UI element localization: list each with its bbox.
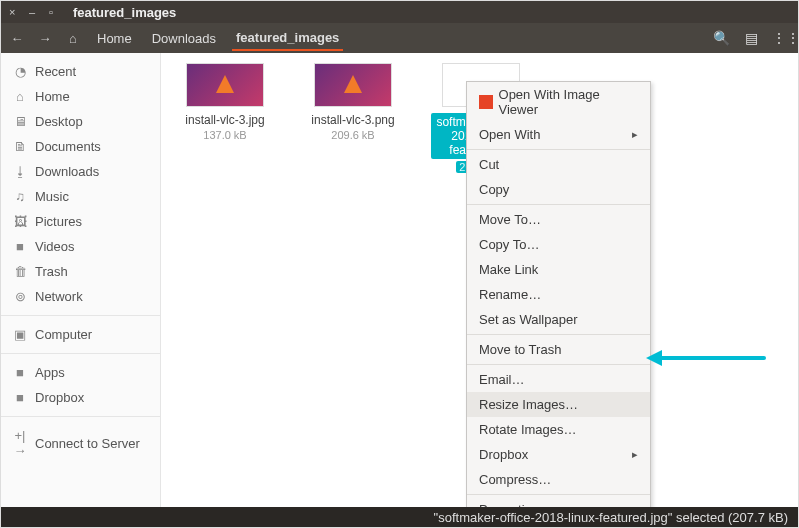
submenu-arrow-icon: ▸ bbox=[632, 448, 638, 461]
folder-icon: ■ bbox=[13, 365, 27, 380]
title-bar: × – ▫ featured_images bbox=[1, 1, 798, 23]
main-area: ◔Recent ⌂Home 🖥Desktop 🗎Documents ⭳Downl… bbox=[1, 53, 798, 509]
annotation-arrow bbox=[656, 356, 766, 360]
videos-icon: ■ bbox=[13, 239, 27, 254]
sidebar-item-label: Music bbox=[35, 189, 69, 204]
menu-copy-to[interactable]: Copy To… bbox=[467, 232, 650, 257]
window-minimize-icon[interactable]: – bbox=[29, 7, 39, 17]
menu-label: Dropbox bbox=[479, 447, 528, 462]
sidebar-item-network[interactable]: ⊚Network bbox=[1, 284, 160, 309]
sidebar-item-label: Apps bbox=[35, 365, 65, 380]
submenu-arrow-icon: ▸ bbox=[632, 128, 638, 141]
sidebar-item-label: Desktop bbox=[35, 114, 83, 129]
menu-compress[interactable]: Compress… bbox=[467, 467, 650, 492]
forward-button[interactable]: → bbox=[37, 31, 53, 46]
downloads-icon: ⭳ bbox=[13, 164, 27, 179]
sidebar-item-trash[interactable]: 🗑Trash bbox=[1, 259, 160, 284]
window-maximize-icon[interactable]: ▫ bbox=[49, 7, 59, 17]
sidebar-item-label: Pictures bbox=[35, 214, 82, 229]
menu-label: Open With bbox=[479, 127, 540, 142]
image-viewer-icon bbox=[479, 95, 493, 109]
annotation-arrow-head bbox=[646, 350, 662, 366]
menu-label: Compress… bbox=[479, 472, 551, 487]
menu-label: Open With Image Viewer bbox=[499, 87, 638, 117]
vlc-cone-icon bbox=[344, 75, 362, 93]
folder-icon: ■ bbox=[13, 390, 27, 405]
sidebar-item-dropbox[interactable]: ■Dropbox bbox=[1, 385, 160, 410]
sidebar-item-label: Network bbox=[35, 289, 83, 304]
breadcrumb-downloads[interactable]: Downloads bbox=[148, 27, 220, 50]
sidebar-item-label: Dropbox bbox=[35, 390, 84, 405]
menu-label: Rotate Images… bbox=[479, 422, 577, 437]
home-icon[interactable]: ⌂ bbox=[65, 31, 81, 46]
menu-move-to[interactable]: Move To… bbox=[467, 207, 650, 232]
menu-separator bbox=[467, 494, 650, 495]
music-icon: ♫ bbox=[13, 189, 27, 204]
breadcrumb-current[interactable]: featured_images bbox=[232, 26, 343, 51]
sidebar: ◔Recent ⌂Home 🖥Desktop 🗎Documents ⭳Downl… bbox=[1, 53, 161, 509]
sidebar-item-computer[interactable]: ▣Computer bbox=[1, 322, 160, 347]
file-thumbnail bbox=[186, 63, 264, 107]
menu-copy[interactable]: Copy bbox=[467, 177, 650, 202]
sidebar-item-label: Downloads bbox=[35, 164, 99, 179]
sidebar-item-home[interactable]: ⌂Home bbox=[1, 84, 160, 109]
file-item[interactable]: install-vlc-3.png 209.6 kB bbox=[303, 63, 403, 141]
menu-separator bbox=[467, 149, 650, 150]
sidebar-item-label: Trash bbox=[35, 264, 68, 279]
menu-cut[interactable]: Cut bbox=[467, 152, 650, 177]
menu-label: Copy bbox=[479, 182, 509, 197]
network-icon: ⊚ bbox=[13, 289, 27, 304]
trash-icon: 🗑 bbox=[13, 264, 27, 279]
menu-grid-icon[interactable]: ⋮⋮ bbox=[772, 30, 790, 46]
menu-label: Set as Wallpaper bbox=[479, 312, 578, 327]
menu-resize-images[interactable]: Resize Images… bbox=[467, 392, 650, 417]
menu-make-link[interactable]: Make Link bbox=[467, 257, 650, 282]
menu-label: Move to Trash bbox=[479, 342, 561, 357]
menu-separator bbox=[467, 334, 650, 335]
menu-open-with[interactable]: Open With▸ bbox=[467, 122, 650, 147]
menu-open-with-viewer[interactable]: Open With Image Viewer bbox=[467, 82, 650, 122]
menu-label: Cut bbox=[479, 157, 499, 172]
sidebar-item-pictures[interactable]: 🖼Pictures bbox=[1, 209, 160, 234]
file-name: install-vlc-3.jpg bbox=[175, 113, 275, 127]
menu-separator bbox=[467, 204, 650, 205]
file-thumbnail bbox=[314, 63, 392, 107]
sidebar-item-documents[interactable]: 🗎Documents bbox=[1, 134, 160, 159]
menu-rotate-images[interactable]: Rotate Images… bbox=[467, 417, 650, 442]
home-icon: ⌂ bbox=[13, 89, 27, 104]
file-item[interactable]: install-vlc-3.jpg 137.0 kB bbox=[175, 63, 275, 141]
sidebar-separator bbox=[1, 353, 160, 354]
menu-label: Move To… bbox=[479, 212, 541, 227]
sidebar-connect-server[interactable]: +|→Connect to Server bbox=[1, 423, 160, 463]
menu-label: Resize Images… bbox=[479, 397, 578, 412]
sidebar-item-apps[interactable]: ■Apps bbox=[1, 360, 160, 385]
breadcrumb-home[interactable]: Home bbox=[93, 27, 136, 50]
sidebar-item-label: Documents bbox=[35, 139, 101, 154]
sidebar-separator bbox=[1, 315, 160, 316]
menu-rename[interactable]: Rename… bbox=[467, 282, 650, 307]
sidebar-item-music[interactable]: ♫Music bbox=[1, 184, 160, 209]
menu-dropbox[interactable]: Dropbox▸ bbox=[467, 442, 650, 467]
menu-label: Email… bbox=[479, 372, 525, 387]
view-toggle-icon[interactable]: ▤ bbox=[742, 30, 760, 46]
vlc-cone-icon bbox=[216, 75, 234, 93]
search-icon[interactable]: 🔍 bbox=[712, 30, 730, 46]
status-text: "softmaker-office-2018-linux-featured.jp… bbox=[434, 510, 788, 525]
menu-set-wallpaper[interactable]: Set as Wallpaper bbox=[467, 307, 650, 332]
computer-icon: ▣ bbox=[13, 327, 27, 342]
window-close-icon[interactable]: × bbox=[9, 7, 19, 17]
sidebar-item-recent[interactable]: ◔Recent bbox=[1, 59, 160, 84]
back-button[interactable]: ← bbox=[9, 31, 25, 46]
sidebar-separator bbox=[1, 416, 160, 417]
sidebar-item-label: Connect to Server bbox=[35, 436, 140, 451]
sidebar-item-downloads[interactable]: ⭳Downloads bbox=[1, 159, 160, 184]
context-menu: Open With Image Viewer Open With▸ Cut Co… bbox=[466, 81, 651, 523]
sidebar-item-label: Computer bbox=[35, 327, 92, 342]
status-bar: "softmaker-office-2018-linux-featured.jp… bbox=[1, 507, 798, 527]
menu-move-to-trash[interactable]: Move to Trash bbox=[467, 337, 650, 362]
sidebar-item-desktop[interactable]: 🖥Desktop bbox=[1, 109, 160, 134]
sidebar-item-videos[interactable]: ■Videos bbox=[1, 234, 160, 259]
menu-email[interactable]: Email… bbox=[467, 367, 650, 392]
toolbar: ← → ⌂ Home Downloads featured_images 🔍 ▤… bbox=[1, 23, 798, 53]
menu-label: Copy To… bbox=[479, 237, 539, 252]
